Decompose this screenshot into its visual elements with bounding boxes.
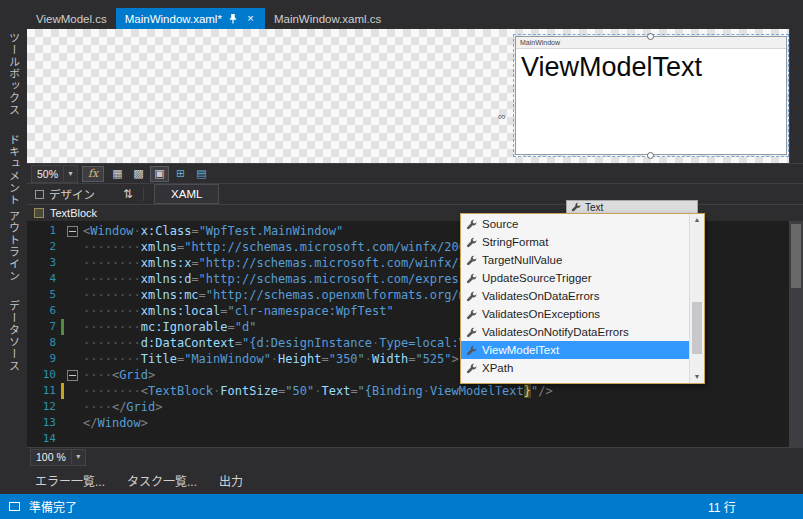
tab-mainwindow-xaml[interactable]: MainWindow.xaml*× xyxy=(116,8,265,29)
code-text[interactable]: ········mc:Ignorable="d" xyxy=(79,319,256,335)
design-surface[interactable]: MainWindow ViewModelText ∞ ∞ xyxy=(27,29,789,163)
completion-item-validatesonexceptions[interactable]: ValidatesOnExceptions xyxy=(461,305,689,323)
designer-scrollbar[interactable] xyxy=(789,29,803,163)
completion-item-xpath[interactable]: XPath xyxy=(461,359,689,377)
completion-label: ValidatesOnExceptions xyxy=(482,308,600,320)
quickinfo-label: Text xyxy=(585,202,603,213)
outlining-margin xyxy=(65,255,79,271)
tag-navigator-item[interactable]: TextBlock xyxy=(50,207,97,219)
snap-to-grid-icon[interactable]: ▩ xyxy=(129,166,148,182)
line-number: 2 xyxy=(27,239,61,255)
outlining-margin xyxy=(65,319,79,335)
change-tracking-bar xyxy=(61,383,64,399)
resize-handle-bottom[interactable] xyxy=(647,152,654,159)
line-number: 5 xyxy=(27,287,61,303)
completion-label: UpdateSourceTrigger xyxy=(482,272,592,284)
scroll-up-icon[interactable]: ▲ xyxy=(690,214,704,226)
change-tracking-margin xyxy=(61,271,64,287)
editor-zoom-row: 100 % ▾ xyxy=(27,447,803,466)
panel-tab-error-list[interactable]: エラー一覧... xyxy=(35,472,105,489)
status-bar: 準備完了 11 行 xyxy=(0,494,803,519)
preview-textblock[interactable]: ViewModelText xyxy=(521,53,786,81)
completion-label: ViewModelText xyxy=(482,344,559,356)
code-text[interactable]: ········xmlns:local="clr-namespace:WpfTe… xyxy=(79,303,394,319)
code-text[interactable]: ····</Grid> xyxy=(79,399,163,415)
line-number: 9 xyxy=(27,351,61,367)
panel-tab-task-list[interactable]: タスク一覧... xyxy=(127,472,197,489)
designer-toolbar: 50% ▾ fx ▦▩▣⊞▤ xyxy=(27,163,803,183)
scroll-down-icon[interactable]: ▼ xyxy=(690,371,704,383)
close-icon[interactable]: × xyxy=(245,13,256,25)
visual-studio-window: ツールボックスドキュメント アウトラインデータソース ViewModel.csM… xyxy=(0,0,803,519)
code-text[interactable]: <Window·x:Class="WpfTest.MainWindow" xyxy=(79,223,343,239)
scrollbar-thumb[interactable] xyxy=(791,224,801,288)
code-text[interactable]: ····<Grid> xyxy=(79,367,155,383)
completion-item-updatesourcetrigger[interactable]: UpdateSourceTrigger xyxy=(461,269,689,287)
resize-handle-top[interactable] xyxy=(647,33,654,40)
toggle-artboard-background-icon[interactable]: ▣ xyxy=(150,166,169,182)
line-number: 7 xyxy=(27,319,61,335)
completion-item-targetnullvalue[interactable]: TargetNullValue xyxy=(461,251,689,269)
show-snap-grid-icon[interactable]: ▦ xyxy=(108,166,127,182)
outlining-margin xyxy=(65,383,79,399)
completion-item-stringformat[interactable]: StringFormat xyxy=(461,233,689,251)
pin-icon[interactable] xyxy=(228,13,239,25)
editor-vertical-scrollbar[interactable] xyxy=(789,221,803,447)
sidebar-tab-data-sources[interactable]: データソース xyxy=(6,300,22,372)
editor-zoom-combo[interactable]: 100 % ▾ xyxy=(30,449,86,466)
code-line-11: 11········<TextBlock·FontSize="50"·Text=… xyxy=(27,383,789,399)
completion-item-validatesondataerrors[interactable]: ValidatesOnDataErrors xyxy=(461,287,689,305)
swap-panes-icon[interactable]: ⇅ xyxy=(123,187,133,201)
element-icon xyxy=(34,208,44,218)
completion-item-source[interactable]: Source xyxy=(461,215,689,233)
designer-zoom-combo[interactable]: 50% ▾ xyxy=(31,165,78,183)
outlining-margin xyxy=(65,303,79,319)
disable-project-code-icon[interactable]: ▤ xyxy=(192,166,211,182)
effects-toggle-button[interactable]: fx xyxy=(82,166,104,182)
tab-label: ViewModel.cs xyxy=(36,13,107,25)
editor-zoom-value: 100 % xyxy=(31,451,71,463)
property-icon xyxy=(465,309,477,320)
property-icon xyxy=(465,237,477,248)
anchor-left-icon[interactable]: ∞ xyxy=(498,110,506,122)
snap-to-snaplines-icon[interactable]: ⊞ xyxy=(171,166,190,182)
fold-toggle-icon[interactable] xyxy=(67,226,78,237)
change-tracking-margin xyxy=(61,335,64,351)
tab-viewmodel-cs[interactable]: ViewModel.cs xyxy=(27,8,116,29)
line-number: 6 xyxy=(27,303,61,319)
design-view-tab[interactable]: デザイン xyxy=(49,186,95,202)
quickinfo-fragment: Text xyxy=(566,200,698,214)
scrollbar-thumb[interactable] xyxy=(692,302,702,354)
code-text[interactable] xyxy=(79,431,83,447)
code-text[interactable]: ········<TextBlock·FontSize="50"·Text="{… xyxy=(79,383,553,399)
code-line-14: 14 xyxy=(27,431,789,447)
code-text[interactable]: ········Title="MainWindow"·Height="350"·… xyxy=(79,351,459,367)
line-number: 13 xyxy=(27,415,61,431)
bottom-panel-tabs: エラー一覧...タスク一覧...出力 xyxy=(0,466,803,494)
outlining-margin xyxy=(65,271,79,287)
outlining-margin xyxy=(65,399,79,415)
intellisense-list: SourceStringFormatTargetNullValueUpdateS… xyxy=(461,214,689,383)
sidebar-tab-toolbox[interactable]: ツールボックス xyxy=(6,32,22,116)
completion-label: Source xyxy=(482,218,518,230)
panel-tab-output[interactable]: 出力 xyxy=(219,472,243,489)
completion-item-viewmodeltext[interactable]: ViewModelText xyxy=(461,341,689,359)
outlining-margin xyxy=(65,351,79,367)
design-view-icon xyxy=(35,190,44,199)
window-preview[interactable]: MainWindow ViewModelText ∞ ∞ xyxy=(515,36,787,155)
intellisense-scrollbar[interactable]: ▲ ▼ xyxy=(689,214,704,383)
line-number: 10 xyxy=(27,367,61,383)
property-icon xyxy=(465,345,477,356)
change-tracking-bar xyxy=(61,319,64,335)
code-text[interactable]: </Window> xyxy=(79,415,148,431)
change-tracking-margin xyxy=(61,415,64,431)
completion-item-validatesonnotifydataerrors[interactable]: ValidatesOnNotifyDataErrors xyxy=(461,323,689,341)
xaml-view-tab[interactable]: XAML xyxy=(154,184,219,204)
status-message: 準備完了 xyxy=(29,498,77,515)
completion-label: TargetNullValue xyxy=(482,254,562,266)
fold-toggle-icon[interactable] xyxy=(67,370,78,381)
tab-mainwindow-xaml-cs[interactable]: MainWindow.xaml.cs xyxy=(265,8,390,29)
sidebar-tab-document-outline[interactable]: ドキュメント アウトライン xyxy=(6,134,22,282)
line-indicator: 11 行 xyxy=(708,498,736,515)
line-number: 14 xyxy=(27,431,61,447)
